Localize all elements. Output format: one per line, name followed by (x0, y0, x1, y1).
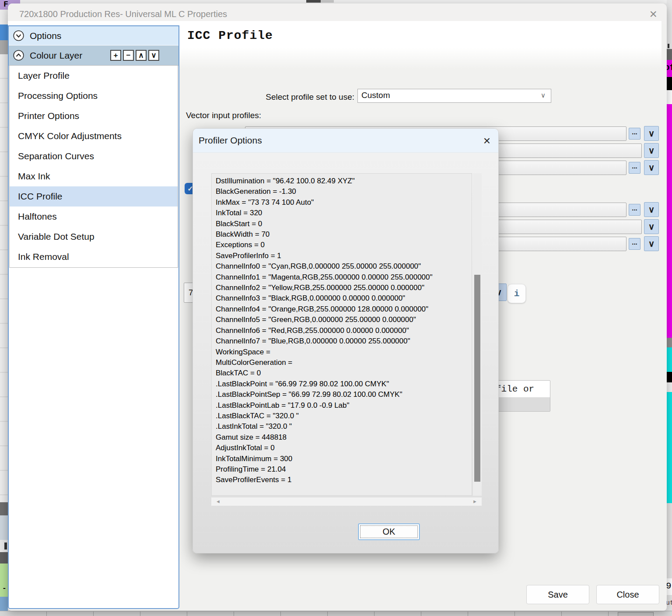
profiler-info-line: ChannelInfo3 = "Black,RGB,0.000000 0.000… (216, 293, 472, 304)
profiler-info-line: Exceptions = 0 (216, 240, 472, 250)
profile-dropdown-button[interactable]: ∨ (644, 236, 659, 251)
info-button[interactable]: i (508, 284, 526, 303)
profiler-info-line: WorkingSpace = (216, 347, 472, 357)
remove-layer-button[interactable]: − (123, 50, 134, 61)
profiler-info-line: Gamut size = 448818 (216, 432, 472, 443)
profiler-info-line: .LastInkTotal = "320.0 " (216, 421, 472, 432)
profiler-info-line: InkTotalMinimum = 300 (216, 454, 472, 464)
profiler-info-line: DstIllumination = "96.42 100.0 82.49 XYZ… (216, 176, 472, 186)
collapse-chevron-up-icon (13, 49, 24, 61)
vertical-scrollbar-thumb[interactable] (474, 275, 480, 482)
colour-layer-section-header[interactable]: Colour Layer + − ∧ ∨ (9, 46, 178, 66)
sidebar-item-separation-curves[interactable]: Separation Curves (10, 146, 178, 166)
profiler-info-line: InkTotal = 320 (216, 208, 472, 218)
options-section-header[interactable]: Options (9, 26, 178, 46)
profiler-info-text[interactable]: DstIllumination = "96.42 100.0 82.49 XYZ… (211, 173, 472, 496)
background-bottom-ruler (0, 611, 672, 616)
dialog-title: Profiler Options (199, 129, 262, 152)
ok-button[interactable]: OK (358, 524, 420, 540)
move-layer-down-button[interactable]: ∨ (148, 50, 159, 61)
save-button[interactable]: Save (526, 585, 589, 604)
profiler-info-line: InkMax = "73 73 74 100 Auto" (216, 197, 472, 208)
profile-set-select[interactable]: Custom ∨ (357, 89, 551, 103)
add-layer-button[interactable]: + (110, 50, 121, 61)
profiler-info-line: BlackTAC = 0 (216, 368, 472, 378)
sidebar-item-printer-options[interactable]: Printer Options (10, 106, 178, 126)
scroll-left-icon[interactable]: ◄ (216, 499, 220, 504)
profiler-info-line: ChannelInfo0 = "Cyan,RGB,0.000000 255.00… (216, 261, 472, 272)
profile-set-value: Custom (361, 91, 390, 100)
sidebar-item-ink-removal[interactable]: Ink Removal (10, 247, 178, 267)
horizontal-scrollbar-thumb[interactable] (618, 612, 654, 616)
profile-dropdown-button[interactable]: ∨ (644, 202, 659, 217)
vertical-scrollbar[interactable] (473, 173, 482, 496)
options-header-label: Options (30, 31, 61, 41)
chevron-down-icon: ∨ (541, 91, 546, 99)
profiler-info-line: ChannelInfo5 = "Green,RGB,0.000000 255.0… (216, 315, 472, 325)
background-text-fragment: ut (666, 599, 672, 607)
collapse-chevron-down-icon (13, 30, 24, 42)
file-drop-hint-text: file or (496, 384, 534, 394)
profiler-info-line: MultiColorGeneration = (216, 357, 472, 368)
dialog-titlebar: Profiler Options × (193, 129, 498, 153)
profiler-info-line: ChannelInfo4 = "Orange,RGB,255.000000 12… (216, 304, 472, 315)
sidebar: Options Colour Layer + − ∧ ∨ Layer Profi… (8, 25, 179, 609)
sidebar-item-processing-options[interactable]: Processing Options (10, 86, 178, 106)
profiler-info-line: ChannelInfo6 = "Red,RGB,255.000000 0.000… (216, 326, 472, 336)
screen: F - of 9. ut (0, 0, 672, 616)
profiler-info-line: .LastBlackTAC = "320.0 " (216, 411, 472, 421)
profiler-info-line: .LastBlackPoint = "66.99 72.99 80.02 100… (216, 379, 472, 389)
sidebar-item-halftones[interactable]: Halftones (10, 206, 178, 227)
profile-dropdown-button[interactable]: ∨ (644, 143, 659, 158)
layer-toolbar: + − ∧ ∨ (110, 50, 159, 61)
profile-dropdown-button[interactable]: ∨ (644, 160, 659, 175)
scroll-right-icon[interactable]: ► (472, 499, 477, 504)
profiler-info-line: ChannelInfo2 = "Yellow,RGB,255.000000 25… (216, 283, 472, 293)
profiler-info-line: ProfilingTime = 21.04 (216, 464, 472, 475)
profiler-options-dialog: Profiler Options × DstIllumination = "96… (192, 128, 499, 553)
profiler-info-line: ChannelInfo7 = "Blue,RGB,0.000000 0.0000… (216, 336, 472, 346)
page-title: ICC Profile (187, 29, 273, 42)
profiler-info-line: BlackWidth = 70 (216, 229, 472, 240)
profiler-info-line: .LastBlackPointSep = "66.99 72.99 80.02 … (216, 389, 472, 400)
file-drop-hint-box: file or (494, 380, 550, 412)
profile-dropdown-button[interactable]: ∨ (644, 126, 659, 141)
profiler-info-line: .LastBlackPointLab = "17.9 0.0 -0.9 Lab" (216, 400, 472, 411)
move-layer-up-button[interactable]: ∧ (136, 50, 147, 61)
profile-set-label: Select profile set to use: (235, 92, 354, 102)
browse-ellipsis-button[interactable]: ... (629, 128, 640, 140)
horizontal-scrollbar[interactable]: ◄ ► (211, 497, 482, 506)
browse-ellipsis-button[interactable]: ... (629, 204, 640, 216)
profiler-info-line: SaveProfilerInfo = 1 (216, 251, 472, 261)
profiler-info-line: SaveProfilerEvents = 1 (216, 475, 472, 485)
close-button[interactable]: Close (596, 585, 659, 604)
colour-layer-header-label: Colour Layer (30, 50, 82, 61)
sidebar-item-variable-dot-setup[interactable]: Variable Dot Setup (10, 227, 178, 247)
profiler-info-line: BlackStart = 0 (216, 219, 472, 229)
profiler-info-line: ChannelInfo1 = "Magenta,RGB,255.000000 0… (216, 272, 472, 283)
profile-dropdown-button[interactable]: ∨ (644, 219, 659, 234)
dialog-close-icon[interactable]: × (483, 132, 490, 150)
sidebar-item-list: Layer ProfileProcessing OptionsPrinter O… (9, 65, 178, 268)
sidebar-item-cmyk-color-adjustments[interactable]: CMYK Color Adjustments (10, 126, 178, 146)
profiler-info-line: BlackGeneration = -1.30 (216, 186, 472, 197)
window-close-icon[interactable]: × (649, 5, 657, 23)
background-text-fragment: 9. (666, 581, 672, 591)
sidebar-item-max-ink[interactable]: Max Ink (10, 166, 178, 186)
background-text-fragment: - (2, 584, 7, 592)
browse-ellipsis-button[interactable]: ... (629, 238, 640, 250)
sidebar-item-layer-profile[interactable]: Layer Profile (10, 66, 178, 86)
sidebar-item-icc-profile[interactable]: ICC Profile (10, 186, 178, 206)
profiler-info-line: AdjustInkTotal = 0 (216, 443, 472, 453)
vector-input-profiles-label: Vector input profiles: (186, 111, 261, 120)
browse-ellipsis-button[interactable]: ... (629, 162, 640, 174)
